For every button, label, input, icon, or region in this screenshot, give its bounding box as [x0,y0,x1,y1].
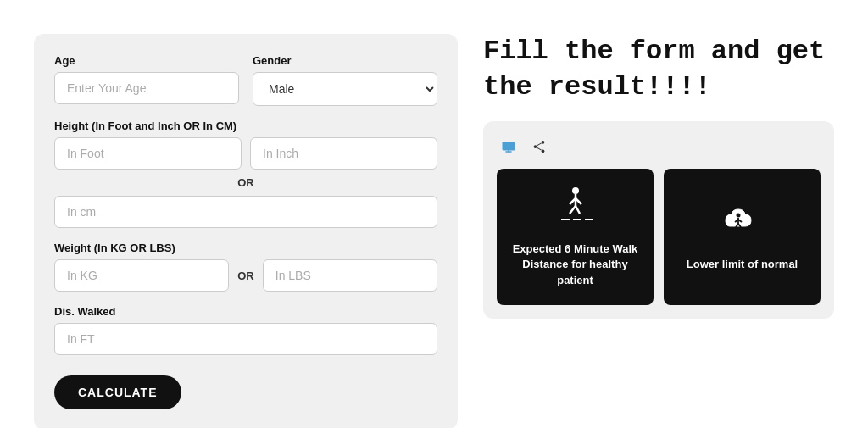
height-group: Height (In Foot and Inch OR In CM) OR [54,120,437,228]
svg-rect-0 [503,142,515,151]
gender-select[interactable]: Male Female Other [253,72,437,106]
result-cards: Expected 6 Minute Walk Distance for heal… [497,169,821,305]
card-2-label: Lower limit of normal [687,257,798,272]
svg-point-3 [542,150,545,153]
main-container: Age Gender Male Female Other Height (In … [17,17,851,428]
svg-line-11 [576,206,580,214]
tagline-text: Fill the form and get the result!!!! [483,34,834,104]
svg-point-15 [736,214,740,218]
svg-line-5 [537,147,541,150]
svg-point-6 [572,187,579,194]
svg-line-4 [537,143,541,146]
svg-point-1 [542,141,545,144]
height-foot-input[interactable] [54,137,242,170]
result-card-2: Lower limit of normal [664,169,821,305]
gender-label: Gender [253,54,437,67]
share-icon-box[interactable] [527,135,551,158]
result-icons-row [497,135,821,158]
height-or-text: OR [54,176,437,189]
weight-row: OR [54,259,437,292]
age-group: Age [54,54,239,106]
height-inch-input[interactable] [250,137,437,170]
weight-group: Weight (In KG OR LBS) OR [54,242,437,292]
right-panel: Fill the form and get the result!!!! [483,34,834,319]
form-panel: Age Gender Male Female Other Height (In … [34,34,458,428]
result-panel: Expected 6 Minute Walk Distance for heal… [483,121,834,319]
calculate-button[interactable]: CALCULATE [54,375,181,409]
height-foot-inch-row [54,137,437,170]
cloud-icon [721,201,764,247]
weight-kg-input[interactable] [54,259,229,292]
weight-lbs-input[interactable] [263,259,437,292]
distance-group: Dis. Walked [54,305,437,355]
distance-ft-input[interactable] [54,323,437,355]
distance-label: Dis. Walked [54,305,437,318]
share-icon [531,139,547,154]
age-input[interactable] [54,72,239,104]
top-row: Age Gender Male Female Other [54,54,437,106]
card-1-label: Expected 6 Minute Walk Distance for heal… [510,242,640,288]
height-cm-input[interactable] [54,196,437,228]
gender-group: Gender Male Female Other [253,54,437,106]
weight-label: Weight (In KG OR LBS) [54,242,437,254]
walking-icon [554,186,597,231]
svg-line-10 [570,206,576,214]
height-label: Height (In Foot and Inch OR In CM) [54,120,437,132]
result-card-1: Expected 6 Minute Walk Distance for heal… [497,169,654,305]
age-label: Age [54,54,239,67]
tv-icon-box[interactable] [497,135,520,158]
tv-icon [501,139,516,154]
svg-point-2 [534,145,537,148]
weight-or-text: OR [237,270,254,282]
